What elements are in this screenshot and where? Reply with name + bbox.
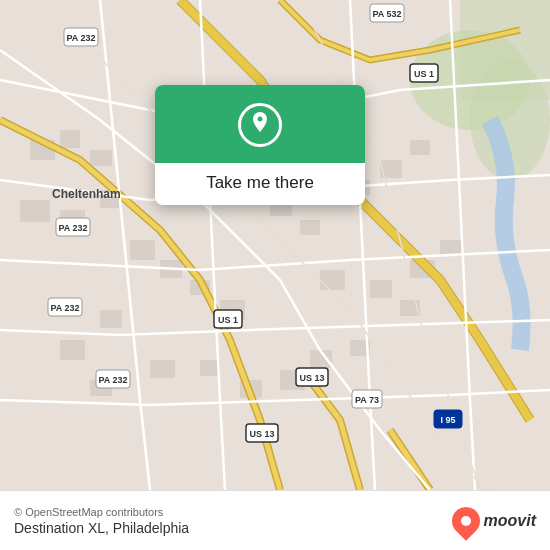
svg-rect-30 bbox=[410, 140, 430, 155]
svg-rect-15 bbox=[60, 340, 85, 360]
svg-text:Cheltenham: Cheltenham bbox=[52, 187, 121, 201]
svg-text:US 13: US 13 bbox=[299, 373, 324, 383]
map-background: PA 232 PA 532 US 1 US 1 US 1 PA 232 PA 2… bbox=[0, 0, 550, 490]
map-container: PA 232 PA 532 US 1 US 1 US 1 PA 232 PA 2… bbox=[0, 0, 550, 490]
svg-text:PA 232: PA 232 bbox=[58, 223, 87, 233]
location-pin-icon bbox=[238, 103, 282, 147]
moovit-logo: moovit bbox=[452, 507, 536, 535]
svg-text:PA 532: PA 532 bbox=[372, 9, 401, 19]
svg-text:PA 232: PA 232 bbox=[98, 375, 127, 385]
svg-text:US 1: US 1 bbox=[218, 315, 238, 325]
svg-rect-33 bbox=[300, 220, 320, 235]
svg-rect-7 bbox=[20, 200, 50, 222]
moovit-icon bbox=[446, 501, 486, 541]
svg-rect-5 bbox=[60, 130, 80, 148]
svg-text:I 95: I 95 bbox=[440, 415, 455, 425]
svg-text:US 1: US 1 bbox=[414, 69, 434, 79]
svg-rect-24 bbox=[370, 280, 392, 298]
svg-rect-10 bbox=[130, 240, 155, 260]
destination-text: Destination XL, Philadelphia bbox=[14, 520, 452, 536]
svg-rect-23 bbox=[320, 270, 345, 290]
bottom-bar: © OpenStreetMap contributors Destination… bbox=[0, 490, 550, 550]
svg-rect-17 bbox=[150, 360, 175, 378]
take-me-there-button[interactable]: Take me there bbox=[155, 163, 365, 205]
popup-card[interactable]: Take me there bbox=[155, 85, 365, 205]
popup-green-area bbox=[155, 85, 365, 163]
svg-rect-14 bbox=[100, 310, 122, 328]
svg-text:PA 232: PA 232 bbox=[50, 303, 79, 313]
svg-text:PA 73: PA 73 bbox=[355, 395, 379, 405]
svg-text:US 13: US 13 bbox=[249, 429, 274, 439]
copyright-text: © OpenStreetMap contributors bbox=[14, 506, 452, 518]
moovit-text: moovit bbox=[484, 512, 536, 530]
svg-rect-6 bbox=[90, 150, 112, 166]
svg-text:PA 232: PA 232 bbox=[66, 33, 95, 43]
